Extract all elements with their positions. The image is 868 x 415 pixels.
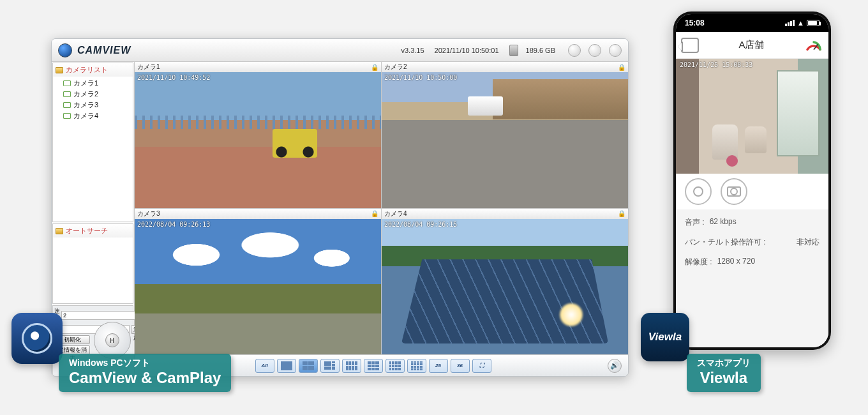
power-button[interactable] [609,44,622,57]
lock-icon: 🔒 [618,64,625,71]
info-row-audio: 音声 : 62 kbps [685,217,819,228]
camview-app-title: CAMVIEW [77,45,131,56]
camview-caption: Windows PCソフト CamView & CamPlay [59,354,231,392]
layout-16-button[interactable] [407,359,426,373]
camera-tree-item[interactable]: カメラ2 [63,89,130,100]
audio-value: 62 kbps [710,217,737,228]
ptz-home-button[interactable]: H [105,333,119,347]
camera-label: カメラ4 [73,111,98,121]
speaker-button[interactable]: 🔊 [608,359,622,373]
video-cell[interactable]: カメラ3🔒 2022/08/04 09:26:13 [135,209,381,355]
viewla-badge-text: Viewla [648,331,682,343]
auto-search-panel: オートサーチ [52,223,133,304]
status-clock: 15:08 [685,19,705,27]
pantilt-value: 非対応 [797,237,819,248]
resolution-label: 解像度 : [685,257,712,268]
battery-icon [807,20,819,26]
camera-list-header[interactable]: カメラリスト [53,63,133,77]
phone-action-bar [676,174,828,209]
folder-icon [56,67,63,73]
audio-label: 音声 : [685,217,705,228]
layout-8-button[interactable] [342,359,361,373]
video-feed: 2022/08/04 09:26:13 [135,219,381,355]
camera-icon [727,186,741,197]
viewla-caption: スマホアプリ Viewla [687,354,761,392]
layout-1-button[interactable] [277,359,296,373]
layout-all-button[interactable]: All [255,359,274,373]
caption-line1: スマホアプリ [697,358,751,369]
camera-icon [63,80,71,86]
cell-label: カメラ2 [384,63,407,72]
camera-label: カメラ2 [73,89,98,99]
layout-9-button[interactable] [364,359,383,373]
feed-timestamp: 2021/11/10 10:50:00 [384,74,457,81]
storage-icon [509,45,518,56]
feed-timestamp: 2022/08/04 09:26:15 [384,221,457,228]
phone-device: 15:08 ▲ A店舗 2021/11/25 15:08:33 音声 [673,11,831,350]
cell-label: カメラ3 [137,209,160,218]
lock-icon: 🔒 [371,64,378,71]
camera-label: カメラ3 [73,100,98,110]
wifi-icon: ▲ [797,19,804,27]
camera-tree-item[interactable]: カメラ3 [63,100,130,110]
layout-4-button[interactable] [299,359,318,373]
layout-12-button[interactable] [385,359,405,373]
phone-status-bar: 15:08 ▲ [676,14,828,32]
camera-label: カメラ1 [73,79,98,88]
layout-36-button[interactable]: 36 [451,359,470,373]
lock-icon: 🔒 [618,210,625,217]
camera-tree-item[interactable]: カメラ4 [63,110,130,121]
video-feed: 2022/08/04 09:26:15 [382,219,628,355]
info-row-resolution: 解像度 : 1280 x 720 [685,257,819,268]
camview-app-icon [11,313,63,364]
phone-page-title: A店舗 [704,39,799,51]
bandwidth-gauge-icon [804,36,823,55]
camera-list-panel: カメラリスト カメラ1 カメラ2 カメラ3 カメラ4 [52,63,133,222]
video-cell[interactable]: カメラ2🔒 2021/11/10 10:50:00 [382,62,628,208]
layout-6-button[interactable] [320,359,340,373]
camview-window: CAMVIEW v3.3.15 2021/11/10 10:50:01 189.… [51,38,629,377]
layout-25-button[interactable]: 25 [429,359,448,373]
cell-label: カメラ1 [137,63,160,72]
camview-titlebar: CAMVIEW v3.3.15 2021/11/10 10:50:01 189.… [52,39,628,62]
caption-line2: CamView & CamPlay [69,369,221,387]
lock-icon: 🔒 [371,210,378,217]
signal-icon [785,20,795,26]
phone-feed-timestamp: 2021/11/25 15:08:33 [680,61,752,68]
camview-storage: 189.6 GB [526,47,555,54]
cell-label: カメラ4 [384,209,407,218]
minimize-button[interactable] [588,44,601,57]
video-grid: カメラ1🔒 2021/11/10 10:49:52 カメラ2🔒 2021/11/… [135,62,628,354]
camera-icon [63,113,71,119]
auto-search-header[interactable]: オートサーチ [53,224,133,238]
resolution-value: 1280 x 720 [717,257,755,268]
snapshot-button[interactable] [721,178,747,205]
caption-line1: Windows PCソフト [69,358,221,369]
record-button[interactable] [685,178,712,205]
camview-datetime: 2021/11/10 10:50:01 [435,47,499,54]
camera-tree-item[interactable]: カメラ1 [63,78,130,89]
video-feed: 2021/11/10 10:49:52 [135,72,381,208]
viewla-app-icon: Viewla [641,313,689,361]
camera-tree: カメラ1 カメラ2 カメラ3 カメラ4 [53,77,133,124]
folder-icon [56,228,63,234]
video-feed: 2021/11/10 10:50:00 [382,72,628,208]
camview-main: カメラ1🔒 2021/11/10 10:49:52 カメラ2🔒 2021/11/… [135,62,628,376]
camera-icon [63,91,71,97]
camview-sidebar: カメラリスト カメラ1 カメラ2 カメラ3 カメラ4 オートサーチ [52,62,135,376]
phone-screen: 15:08 ▲ A店舗 2021/11/25 15:08:33 音声 [676,14,828,347]
camera-list-title: カメラリスト [66,65,108,75]
pantilt-label: パン・チルト操作許可 : [685,237,766,248]
camera-icon [63,102,71,108]
phone-video-feed[interactable]: 2021/11/25 15:08:33 [676,59,828,174]
record-icon [693,186,703,197]
video-cell[interactable]: カメラ1🔒 2021/11/10 10:49:52 [135,62,381,208]
phone-nav-header: A店舗 [676,32,828,59]
camview-version: v3.3.15 [401,47,424,54]
fullscreen-button[interactable]: ⛶ [472,359,491,373]
back-button[interactable] [681,38,699,53]
video-cell[interactable]: カメラ4🔒 2022/08/04 09:26:15 [382,209,628,355]
phone-info-panel: 音声 : 62 kbps パン・チルト操作許可 : 非対応 解像度 : 1280… [676,209,828,347]
camview-logo-icon [58,43,72,57]
settings-button[interactable] [568,44,581,57]
